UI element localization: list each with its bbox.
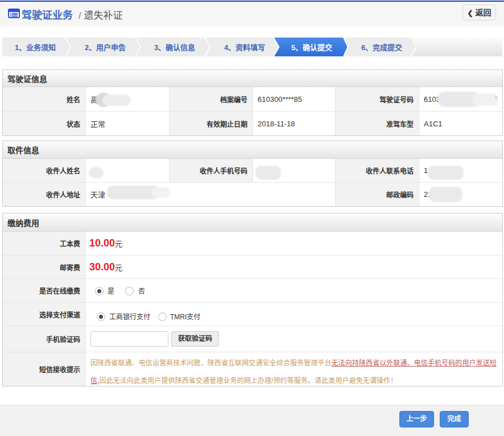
svg-text:3、确认信息: 3、确认信息 — [154, 43, 195, 52]
svg-text:6、完成提交: 6、完成提交 — [361, 43, 402, 52]
svg-text:1、业务须知: 1、业务须知 — [15, 43, 56, 52]
svg-text:5、确认提交: 5、确认提交 — [291, 43, 332, 52]
svg-text:2、用户申告: 2、用户申告 — [85, 43, 126, 52]
svg-text:4、资料填写: 4、资料填写 — [224, 43, 265, 52]
